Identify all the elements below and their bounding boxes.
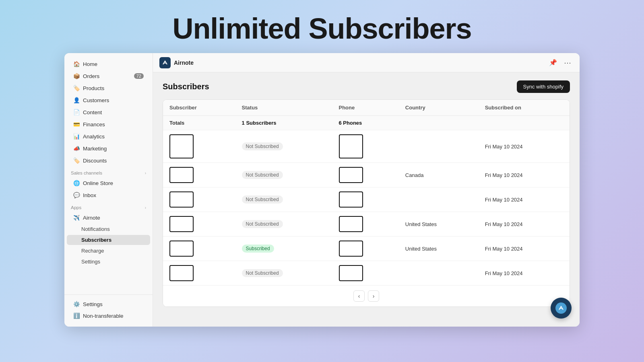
phone-cell <box>332 130 399 163</box>
main-content: Airnote 📌 ⋯ Subscribers Sync with shopif… <box>153 53 580 327</box>
subscriber-avatar-cell <box>163 187 235 212</box>
pagination: ‹ › <box>163 285 570 306</box>
page-header: Subscribers Sync with shopify <box>163 80 570 93</box>
apps-section: Apps › <box>64 201 153 212</box>
table-row[interactable]: Subscribed United States Fri May 10 2024 <box>163 237 570 261</box>
status-cell: Not Subscribed <box>235 261 332 286</box>
table-row[interactable]: Not Subscribed Fri May 10 2024 <box>163 130 570 163</box>
sidebar-bottom: ⚙️ Settings ℹ️ Non-transferable <box>64 294 153 322</box>
table-row[interactable]: Not Subscribed Fri May 10 2024 <box>163 261 570 286</box>
phone-cell <box>332 187 399 212</box>
sidebar-item-finances[interactable]: 💳 Finances <box>67 119 150 130</box>
sidebar-item-analytics[interactable]: 📊 Analytics <box>67 131 150 142</box>
col-phone: Phone <box>332 100 399 116</box>
top-bar: Airnote 📌 ⋯ <box>153 53 580 72</box>
totals-date-empty <box>479 116 570 130</box>
avatar <box>169 191 194 208</box>
date-cell: Fri May 10 2024 <box>479 130 570 163</box>
sidebar-item-settings-bottom[interactable]: ⚙️ Settings <box>67 298 150 310</box>
finances-icon: 💳 <box>73 121 80 128</box>
info-icon: ℹ️ <box>73 313 80 319</box>
status-badge: Subscribed <box>242 245 274 253</box>
status-cell: Not Subscribed <box>235 163 332 187</box>
orders-badge: 72 <box>134 73 144 79</box>
status-badge: Not Subscribed <box>242 171 283 179</box>
discounts-icon: 🏷️ <box>73 157 80 164</box>
phone-cell <box>332 163 399 187</box>
prev-page-button[interactable]: ‹ <box>353 290 365 302</box>
fab-button[interactable] <box>551 298 572 319</box>
col-subscriber: Subscriber <box>163 100 235 116</box>
sidebar-sub-item-subscribers[interactable]: Subscribers <box>67 235 150 245</box>
sales-channels-chevron: › <box>145 171 146 175</box>
sidebar-item-airnote[interactable]: ✈️ Airnote <box>67 212 150 223</box>
status-cell: Not Subscribed <box>235 212 332 237</box>
totals-row: Totals 1 Subscribers 6 Phones <box>163 116 570 130</box>
sidebar-item-marketing[interactable]: 📣 Marketing <box>67 143 150 154</box>
col-status: Status <box>235 100 332 116</box>
phone-placeholder <box>339 134 363 158</box>
subscribers-table: Subscriber Status Phone Country Subscrib… <box>163 100 570 285</box>
table-row[interactable]: Not Subscribed Fri May 10 2024 <box>163 187 570 212</box>
sidebar-item-orders[interactable]: 📦 Orders 72 <box>67 70 150 82</box>
table-row[interactable]: Not Subscribed United States Fri May 10 … <box>163 212 570 237</box>
subscriber-avatar-cell <box>163 212 235 237</box>
sales-channels-section: Sales channels › <box>64 167 153 177</box>
phone-cell <box>332 212 399 237</box>
totals-country-empty <box>399 116 479 130</box>
analytics-icon: 📊 <box>73 133 80 140</box>
sidebar-item-products[interactable]: 🏷️ Products <box>67 82 150 94</box>
phone-placeholder <box>339 241 363 257</box>
country-cell: United States <box>399 212 479 237</box>
airnote-icon: ✈️ <box>73 214 80 221</box>
customers-icon: 👤 <box>73 97 80 103</box>
sidebar-item-non-transferable[interactable]: ℹ️ Non-transferable <box>67 310 150 321</box>
date-cell: Fri May 10 2024 <box>479 212 570 237</box>
pin-icon: 📌 <box>549 59 557 66</box>
phone-placeholder <box>339 191 363 208</box>
status-badge: Not Subscribed <box>242 195 283 204</box>
table-row[interactable]: Not Subscribed Canada Fri May 10 2024 <box>163 163 570 187</box>
sidebar-sub-item-notifications[interactable]: Notifications <box>67 224 150 234</box>
country-cell: Canada <box>399 163 479 187</box>
date-cell: Fri May 10 2024 <box>479 187 570 212</box>
phone-cell <box>332 261 399 286</box>
apps-chevron: › <box>145 206 146 210</box>
subscriber-avatar-cell <box>163 261 235 286</box>
sidebar-item-inbox[interactable]: 💬 Inbox <box>67 189 150 201</box>
orders-icon: 📦 <box>73 73 80 79</box>
pin-button[interactable]: 📌 <box>547 57 559 68</box>
sidebar-item-content[interactable]: 📄 Content <box>67 107 150 118</box>
phone-placeholder <box>339 167 363 183</box>
sidebar-sub-item-recharge[interactable]: Recharge <box>67 246 150 256</box>
online-store-icon: 🌐 <box>73 180 80 186</box>
sync-shopify-button[interactable]: Sync with shopify <box>517 80 570 93</box>
shopify-window-wrapper: 🏠 Home 📦 Orders 72 🏷️ Products 👤 Custome… <box>64 53 580 327</box>
avatar <box>169 216 194 232</box>
sidebar-item-home[interactable]: 🏠 Home <box>67 58 150 70</box>
sidebar-item-online-store[interactable]: 🌐 Online Store <box>67 177 150 189</box>
subscribers-title: Subscribers <box>163 82 209 91</box>
more-button[interactable]: ⋯ <box>562 57 573 68</box>
sidebar-sub-item-settings[interactable]: Settings <box>67 257 150 267</box>
country-cell <box>399 130 479 163</box>
table-header-row: Subscriber Status Phone Country Subscrib… <box>163 100 570 116</box>
sidebar: 🏠 Home 📦 Orders 72 🏷️ Products 👤 Custome… <box>64 53 153 327</box>
top-bar-actions: 📌 ⋯ <box>547 57 573 68</box>
shopify-window: 🏠 Home 📦 Orders 72 🏷️ Products 👤 Custome… <box>64 53 580 327</box>
sidebar-item-customers[interactable]: 👤 Customers <box>67 95 150 106</box>
col-subscribed-on: Subscribed on <box>479 100 570 116</box>
subscriber-avatar-cell <box>163 163 235 187</box>
date-cell: Fri May 10 2024 <box>479 237 570 261</box>
page-content: Subscribers Sync with shopify Subscriber… <box>153 72 580 327</box>
status-badge: Not Subscribed <box>242 220 283 228</box>
next-page-button[interactable]: › <box>368 290 379 302</box>
status-badge: Not Subscribed <box>242 269 283 277</box>
subscriber-avatar-cell <box>163 237 235 261</box>
avatar <box>169 134 194 158</box>
inbox-icon: 💬 <box>73 192 80 198</box>
page-title-container: Unlimited Subscribers <box>172 0 471 53</box>
country-cell <box>399 187 479 212</box>
marketing-icon: 📣 <box>73 145 80 152</box>
sidebar-item-discounts[interactable]: 🏷️ Discounts <box>67 155 150 166</box>
